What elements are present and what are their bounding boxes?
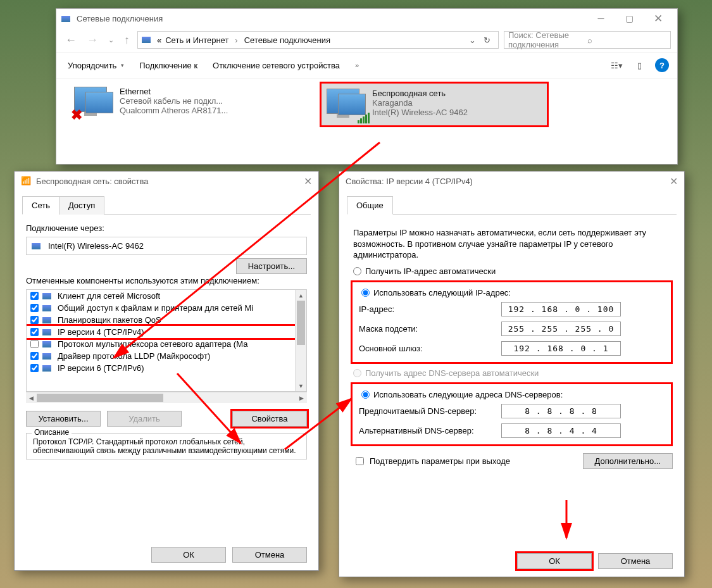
- tab-access[interactable]: Доступ: [59, 196, 104, 215]
- scroll-up-icon[interactable]: ▲: [296, 290, 306, 301]
- component-checkbox[interactable]: [30, 304, 39, 312]
- dialog-title: Беспроводная сеть: свойства: [36, 177, 304, 186]
- tab-network[interactable]: Сеть: [22, 196, 59, 215]
- breadcrumb-prefix: «: [157, 35, 161, 45]
- component-checkbox[interactable]: [30, 292, 39, 300]
- component-row[interactable]: IP версии 4 (TCP/IPv4): [27, 326, 306, 338]
- help-icon[interactable]: ?: [653, 56, 671, 74]
- search-box[interactable]: Поиск: Сетевые подключения ⌕: [504, 31, 671, 49]
- component-icon: [42, 365, 51, 372]
- scroll-right-icon[interactable]: ▶: [296, 392, 307, 403]
- radio-use-ip-input[interactable]: [361, 289, 370, 297]
- description-box: Описание Протокол TCP/IP. Стандартный пр…: [26, 433, 307, 460]
- close-button[interactable]: ✕: [644, 9, 672, 27]
- advanced-button[interactable]: Дополнительно...: [583, 453, 673, 469]
- connection-wireless[interactable]: Беспроводная сеть Karaganda Intel(R) Wir…: [320, 82, 549, 127]
- search-icon[interactable]: ⌕: [587, 35, 666, 45]
- address-box[interactable]: « Сеть и Интернет › Сетевые подключения …: [137, 31, 499, 49]
- nav-up-icon[interactable]: ↑: [122, 34, 132, 47]
- component-label: Протокол мультиплексора сетевого адаптер…: [58, 339, 247, 349]
- nav-back-icon[interactable]: ←: [63, 34, 79, 47]
- disable-device-button[interactable]: Отключение сетевого устройства: [208, 58, 345, 73]
- cancel-button[interactable]: Отмена: [232, 547, 307, 563]
- validate-checkbox[interactable]: [356, 457, 364, 465]
- component-row[interactable]: IP версии 6 (TCP/IPv6): [27, 362, 306, 374]
- breadcrumb-2[interactable]: Сетевые подключения: [244, 35, 330, 45]
- explorer-title: Сетевые подключения: [77, 14, 587, 23]
- preferred-dns-field[interactable]: 8 . 8 . 8 . 8: [501, 404, 621, 418]
- connection-status: Сетевой кабель не подкл...: [120, 96, 228, 106]
- breadcrumb-1[interactable]: Сеть и Интернет: [165, 35, 228, 45]
- wireless-icon: [327, 89, 365, 120]
- view-options-icon[interactable]: ☷▾: [608, 56, 625, 74]
- hscroll-thumb[interactable]: [37, 394, 163, 402]
- connection-name: Беспроводная сеть: [372, 89, 468, 98]
- component-checkbox[interactable]: [30, 340, 39, 348]
- component-checkbox[interactable]: [30, 316, 39, 324]
- close-icon[interactable]: ✕: [670, 175, 678, 187]
- network-icon: [61, 13, 72, 23]
- subnet-mask-field[interactable]: 255 . 255 . 255 . 0: [501, 322, 621, 336]
- component-row[interactable]: Клиент для сетей Microsoft: [27, 290, 306, 302]
- component-icon: [42, 317, 51, 323]
- install-button[interactable]: Установить...: [26, 411, 101, 427]
- ip-settings-group: Использовать следующий IP-адрес: IP-адре…: [351, 280, 673, 364]
- close-icon[interactable]: ✕: [304, 175, 312, 187]
- connection-status: Karaganda: [372, 98, 468, 108]
- nav-recent-icon[interactable]: ⌄: [106, 36, 116, 44]
- component-checkbox[interactable]: [30, 364, 39, 372]
- component-row[interactable]: Протокол мультиплексора сетевого адаптер…: [27, 338, 306, 350]
- component-row[interactable]: Общий доступ к файлам и принтерам для се…: [27, 302, 306, 314]
- tab-general[interactable]: Общие: [347, 196, 393, 215]
- radio-auto-ip-input[interactable]: [353, 267, 361, 275]
- toolbar-more[interactable]: »: [350, 59, 364, 72]
- dns-settings-group: Использовать следующие адреса DNS-сервер…: [351, 382, 673, 446]
- scroll-down-icon[interactable]: ▼: [296, 380, 306, 391]
- connection-ethernet[interactable]: ✖ Ethernet Сетевой кабель не подкл... Qu…: [69, 82, 294, 127]
- radio-use-dns-input[interactable]: [361, 391, 370, 399]
- ok-button[interactable]: ОК: [151, 547, 226, 563]
- gateway-field[interactable]: 192 . 168 . 0 . 1: [501, 341, 621, 356]
- description-legend: Описание: [32, 428, 72, 437]
- radio-use-dns[interactable]: Использовать следующие адреса DNS-сервер…: [359, 388, 665, 401]
- maximize-button[interactable]: ▢: [615, 9, 644, 27]
- dns2-label: Альтернативный DNS-сервер:: [359, 426, 501, 435]
- ip-address-field[interactable]: 192 . 168 . 0 . 100: [501, 302, 621, 316]
- vertical-scrollbar[interactable]: ▲ ▼: [295, 290, 306, 391]
- component-row[interactable]: Драйвер протокола LLDP (Майкрософт): [27, 350, 306, 362]
- explorer-toolbar: Упорядочить Подключение к Отключение сет…: [56, 52, 677, 78]
- connect-to-button[interactable]: Подключение к: [134, 58, 203, 73]
- address-icon: [142, 37, 151, 43]
- component-icon: [42, 353, 51, 360]
- organize-menu[interactable]: Упорядочить: [63, 58, 129, 73]
- cancel-button[interactable]: Отмена: [598, 553, 673, 569]
- horizontal-scrollbar[interactable]: ◀ ▶: [26, 392, 307, 403]
- component-row[interactable]: Планировщик пакетов QoS: [27, 314, 306, 326]
- component-icon: [42, 305, 51, 311]
- scroll-left-icon[interactable]: ◀: [26, 392, 37, 403]
- breadcrumb-sep: ›: [232, 35, 240, 45]
- preview-pane-icon[interactable]: ▯: [630, 56, 648, 74]
- radio-auto-ip[interactable]: Получить IP-адрес автоматически: [351, 265, 673, 278]
- alternate-dns-field[interactable]: 8 . 8 . 4 . 4: [501, 423, 621, 438]
- minimize-button[interactable]: ─: [587, 9, 615, 27]
- search-placeholder: Поиск: Сетевые подключения: [508, 30, 587, 49]
- radio-use-ip[interactable]: Использовать следующий IP-адрес:: [359, 286, 665, 299]
- properties-button[interactable]: Свойства: [232, 411, 307, 427]
- dns1-label: Предпочитаемый DNS-сервер:: [359, 406, 501, 416]
- remove-button: Удалить: [107, 411, 182, 427]
- component-checkbox[interactable]: [30, 328, 39, 336]
- dialog-title: Свойства: IP версии 4 (TCP/IPv4): [346, 177, 670, 186]
- ok-button[interactable]: ОК: [517, 553, 592, 569]
- component-checkbox[interactable]: [30, 352, 39, 360]
- validate-checkbox-row[interactable]: Подтвердить параметры при выходе: [351, 451, 513, 471]
- address-dropdown-icon[interactable]: ⌄: [469, 35, 476, 45]
- nav-forward-icon[interactable]: →: [84, 34, 101, 47]
- component-label: Планировщик пакетов QoS: [58, 315, 161, 325]
- component-label: Клиент для сетей Microsoft: [58, 291, 160, 301]
- refresh-icon[interactable]: ↻: [480, 35, 494, 45]
- disconnected-x-icon: ✖: [71, 107, 82, 123]
- scroll-thumb[interactable]: [297, 301, 305, 345]
- adapter-mini-icon: [32, 243, 41, 249]
- configure-button[interactable]: Настроить...: [236, 258, 307, 274]
